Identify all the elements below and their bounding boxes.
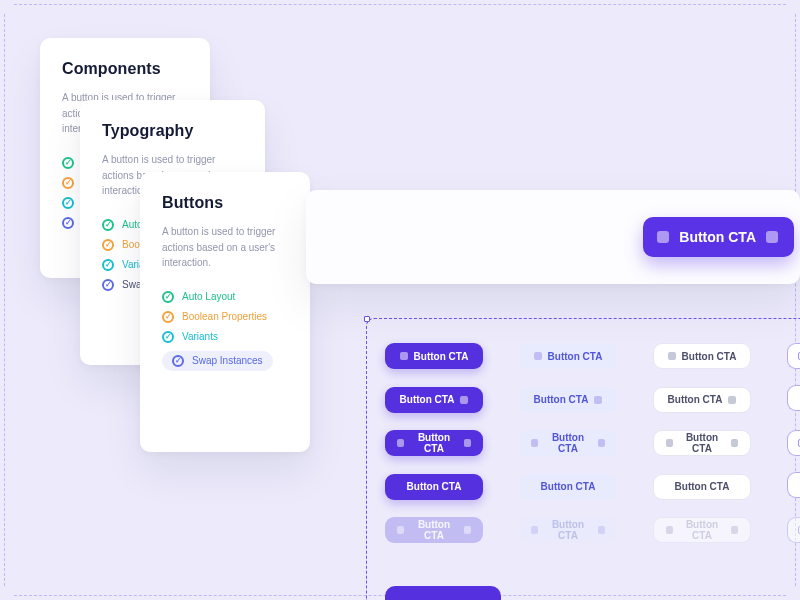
- btn-label: Button CTA: [407, 481, 462, 492]
- btn-primary-icon-right[interactable]: Button CTA: [385, 387, 483, 413]
- btn-label: Button CTA: [400, 394, 455, 405]
- panel-description: A button is used to trigger actions base…: [162, 224, 288, 271]
- list-item: Variants: [162, 327, 288, 347]
- btn-label: Button CTA: [544, 519, 592, 541]
- panel-title: Buttons: [162, 194, 288, 212]
- btn-soft-plain[interactable]: Button CTA: [519, 474, 617, 500]
- list-item: Swap Instances: [162, 347, 288, 375]
- square-icon: [666, 439, 673, 447]
- square-icon: [531, 526, 538, 534]
- btn-label: Button CTA: [675, 481, 730, 492]
- btn-outline-icon-both[interactable]: Button CTA: [653, 430, 751, 456]
- cta-label: Button CTA: [679, 229, 756, 245]
- hero-cta-button[interactable]: Button CTA: [643, 217, 794, 257]
- resize-handle-tl[interactable]: [364, 316, 370, 322]
- square-icon: [464, 526, 471, 534]
- square-icon: [400, 352, 408, 360]
- check-icon: [162, 331, 174, 343]
- square-icon: [534, 352, 542, 360]
- check-icon: [102, 259, 114, 271]
- check-icon: [102, 239, 114, 251]
- check-icon: [162, 311, 174, 323]
- square-icon: [668, 352, 676, 360]
- check-icon: [62, 217, 74, 229]
- button-variants-grid: Button CTA Button CTA Button CTA Button …: [366, 318, 800, 600]
- square-icon: [397, 526, 404, 534]
- btn-label: Button CTA: [534, 394, 589, 405]
- btn-label: Button CTA: [682, 351, 737, 362]
- btn-soft-icon-right[interactable]: Button CTA: [519, 387, 617, 413]
- btn-label: Button CTA: [541, 481, 596, 492]
- btn-outline-indigo-plain[interactable]: [787, 472, 800, 498]
- btn-label: Button CTA: [410, 432, 458, 454]
- btn-primary-disabled: Button CTA: [385, 517, 483, 543]
- btn-label: Button CTA: [548, 351, 603, 362]
- variant-row: Button CTA Button CTA Button CTA: [385, 343, 800, 369]
- btn-outline-indigo-icon-both[interactable]: [787, 430, 800, 456]
- btn-primary-icon-both[interactable]: Button CTA: [385, 430, 483, 456]
- panel-title: Typography: [102, 122, 243, 140]
- variant-row: Button CTA Button CTA Button CTA: [385, 472, 800, 501]
- resize-handle-tr[interactable]: [792, 2, 798, 8]
- variant-row: Button CTA Button CTA Button CTA: [385, 430, 800, 456]
- btn-soft-icon-both[interactable]: Button CTA: [519, 430, 617, 456]
- btn-outline-icon-right[interactable]: Button CTA: [653, 387, 751, 413]
- list-item: Auto Layout: [162, 287, 288, 307]
- btn-label: Button CTA: [414, 351, 469, 362]
- feature-label: Variants: [182, 331, 218, 342]
- check-icon: [102, 219, 114, 231]
- square-icon: [460, 396, 468, 404]
- square-icon: [397, 439, 404, 447]
- square-icon: [531, 439, 538, 447]
- check-icon: [172, 355, 184, 367]
- btn-outline-disabled: Button CTA: [653, 517, 751, 543]
- panel-title: Components: [62, 60, 188, 78]
- btn-label: Button CTA: [668, 394, 723, 405]
- square-icon: [464, 439, 471, 447]
- square-icon: [731, 439, 738, 447]
- btn-outline-indigo-disabled: [787, 517, 800, 543]
- check-icon: [62, 157, 74, 169]
- btn-primary-icon-left[interactable]: Button CTA: [385, 343, 483, 369]
- resize-handle-tl[interactable]: [2, 2, 8, 8]
- variant-row: Button CTA Button CTA Button CTA: [385, 385, 800, 414]
- feature-list: Auto Layout Boolean Properties Variants …: [162, 287, 288, 375]
- feature-label: Boolean Properties: [182, 311, 267, 322]
- check-icon: [62, 197, 74, 209]
- square-icon: [598, 526, 605, 534]
- hero-cta-card: Button CTA: [306, 190, 800, 284]
- feature-label: Auto Layout: [182, 291, 235, 302]
- btn-soft-disabled: Button CTA: [519, 517, 617, 543]
- square-icon: [657, 231, 669, 243]
- resize-handle-br[interactable]: [792, 592, 798, 598]
- resize-handle-bl[interactable]: [2, 592, 8, 598]
- feature-pill[interactable]: Swap Instances: [162, 351, 273, 371]
- square-icon: [728, 396, 736, 404]
- btn-primary-plain[interactable]: Button CTA: [385, 474, 483, 500]
- square-icon: [766, 231, 778, 243]
- check-icon: [62, 177, 74, 189]
- square-icon: [598, 439, 605, 447]
- btn-soft-icon-left[interactable]: Button CTA: [519, 343, 617, 369]
- btn-label: Button CTA: [679, 432, 725, 454]
- check-icon: [102, 279, 114, 291]
- list-item: Boolean Properties: [162, 307, 288, 327]
- square-icon: [731, 526, 738, 534]
- btn-outline-plain[interactable]: Button CTA: [653, 474, 751, 500]
- btn-outline-indigo-icon-right[interactable]: [787, 385, 800, 411]
- square-icon: [666, 526, 673, 534]
- btn-label: Button CTA: [679, 519, 725, 541]
- btn-outline-indigo-icon-left[interactable]: [787, 343, 800, 369]
- btn-label: Button CTA: [544, 432, 592, 454]
- check-icon: [162, 291, 174, 303]
- btn-label: Button CTA: [410, 519, 458, 541]
- panel-buttons: Buttons A button is used to trigger acti…: [140, 172, 310, 452]
- btn-primary-full-width[interactable]: [385, 586, 501, 600]
- btn-outline-icon-left[interactable]: Button CTA: [653, 343, 751, 369]
- square-icon: [594, 396, 602, 404]
- variant-row: Button CTA Button CTA Button CTA: [385, 517, 800, 543]
- feature-label: Swap Instances: [192, 355, 263, 366]
